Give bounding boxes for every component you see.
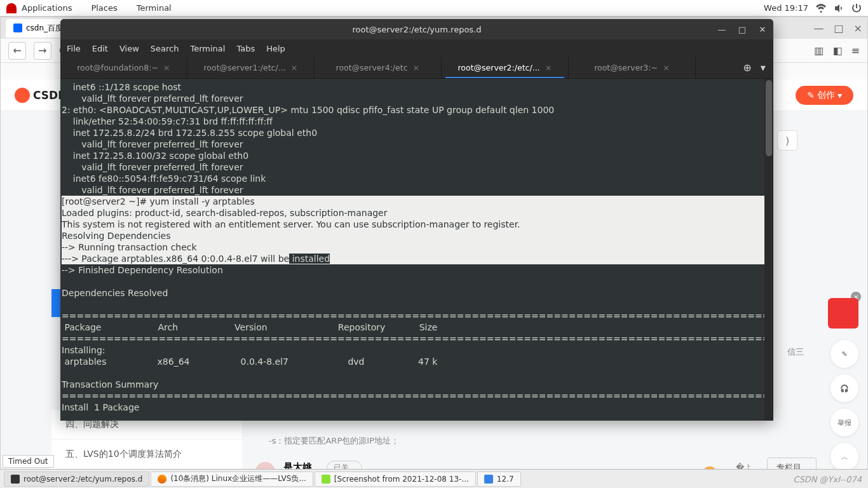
menu-applications[interactable]: Applications <box>22 3 72 13</box>
terminal-tab[interactable]: root@foundation8:~× <box>60 57 187 78</box>
float-top-button[interactable]: ︿ <box>831 443 858 471</box>
tab-overflow: ⊕ ▾ <box>735 57 773 78</box>
terminal-text: inet6 ::1/128 scope host valid_lft forev… <box>62 82 554 195</box>
terminal-tab-active[interactable]: root@server2:/etc/...× <box>442 57 569 78</box>
terminal-tab[interactable]: root@server4:/etc× <box>315 57 442 78</box>
float-report-button[interactable]: 举报 <box>831 409 858 437</box>
float-headset-button[interactable]: 🎧 <box>831 374 858 402</box>
create-button[interactable]: ✎ 创作 ▾ <box>796 86 853 105</box>
tab-close-icon[interactable]: × <box>663 63 670 72</box>
terminal-tabbar: root@foundation8:~× root@server1:/etc/..… <box>60 57 773 79</box>
power-icon[interactable] <box>851 3 862 13</box>
terminal-tab[interactable]: root@server3:~× <box>569 57 696 78</box>
forward-button[interactable]: → <box>34 42 51 60</box>
scrollbar-thumb[interactable] <box>766 80 772 156</box>
terminal-highlight: [root@server2 ~]# yum install -y arptabl… <box>62 196 772 264</box>
menu-edit[interactable]: Edit <box>92 44 108 53</box>
tab-close-icon[interactable]: × <box>291 63 298 72</box>
headset-icon: 🎧 <box>840 384 849 393</box>
terminal-titlebar[interactable]: root@server2:/etc/yum.repos.d — □ ✕ <box>60 19 773 39</box>
tab-menu-chevron-icon[interactable]: ▾ <box>761 62 766 74</box>
menu-terminal[interactable]: Terminal <box>137 3 172 13</box>
gnome-taskbar: root@server2:/etc/yum.repos.d (10条消息) Li… <box>0 469 868 488</box>
activities-area: Applications Places Terminal <box>6 3 186 13</box>
firefox-app-icon <box>158 475 166 484</box>
term-close-icon[interactable]: ✕ <box>757 25 768 34</box>
csdn-logo[interactable]: CSDN <box>15 88 67 103</box>
terminal-window: root@server2:/etc/yum.repos.d — □ ✕ File… <box>60 19 773 421</box>
toc-item[interactable]: 五、LVS的10个调度算法简介 <box>51 440 242 470</box>
clock[interactable]: Wed 19:17 <box>764 3 808 13</box>
wifi-icon[interactable] <box>816 3 826 13</box>
win-minimize-icon[interactable]: — <box>813 22 824 34</box>
term-maximize-icon[interactable]: □ <box>736 25 748 34</box>
gift-box-icon[interactable] <box>828 298 858 329</box>
chevron-down-icon: ▾ <box>837 90 842 100</box>
term-minimize-icon[interactable]: — <box>716 25 728 34</box>
page-hint: 信三 <box>787 346 804 358</box>
image-viewer-icon <box>322 475 330 484</box>
terminal-title: root@server2:/etc/yum.repos.d <box>352 25 481 34</box>
csdn-logo-icon <box>15 88 30 103</box>
terminal-menubar: File Edit View Search Terminal Tabs Help <box>60 39 773 57</box>
gnome-top-bar: Applications Places Terminal Wed 19:17 <box>0 0 868 17</box>
menu-search[interactable]: Search <box>151 44 179 53</box>
chevron-up-icon: ︿ <box>841 452 848 462</box>
win-maximize-icon[interactable]: □ <box>834 22 843 34</box>
redhat-icon <box>6 3 17 13</box>
menu-terminal[interactable]: Terminal <box>190 44 225 53</box>
tab-close-icon[interactable]: × <box>163 63 170 72</box>
new-tab-icon[interactable]: ⊕ <box>743 62 751 74</box>
create-label: 创作 <box>817 90 835 101</box>
library-icon[interactable]: ▥ <box>814 44 824 57</box>
taskbar-item-doc[interactable]: 12.7 <box>477 471 521 487</box>
pencil-icon: ✎ <box>807 90 815 100</box>
taskbar-item-terminal[interactable]: root@server2:/etc/yum.repos.d <box>4 471 149 487</box>
taskbar-item-firefox[interactable]: (10条消息) Linux企业运维——LVS负... <box>151 471 313 487</box>
sidebar-icon[interactable]: ◧ <box>832 44 842 57</box>
menu-file[interactable]: File <box>67 44 81 53</box>
float-actions: ✎ 🎧 举报 ︿ <box>831 340 858 471</box>
baidu-favicon-icon <box>13 24 22 32</box>
menu-places[interactable]: Places <box>91 3 117 13</box>
terminal-text: --> Finished Dependency Resolution Depen… <box>62 265 773 412</box>
tab-title: csdn_百度 <box>26 23 63 34</box>
terminal-tab[interactable]: root@server1:/etc/...× <box>187 57 315 78</box>
tab-close-icon[interactable]: × <box>545 63 552 72</box>
back-button[interactable]: ← <box>8 42 26 60</box>
menu-help[interactable]: Help <box>266 44 285 53</box>
article-line: -s：指定要匹配ARP包的源IP地址； <box>269 435 399 447</box>
timed-out-tooltip: Timed Out <box>3 455 54 468</box>
win-close-icon[interactable]: × <box>854 22 862 34</box>
menu-view[interactable]: View <box>119 44 139 53</box>
hamburger-icon[interactable]: ≡ <box>851 44 860 57</box>
volume-icon[interactable] <box>834 3 844 13</box>
taskbar-item-image[interactable]: [Screenshot from 2021-12-08 13-... <box>315 471 476 487</box>
code-snippet-icon[interactable]: ) <box>777 130 797 151</box>
menu-tabs[interactable]: Tabs <box>236 44 255 53</box>
terminal-scrollbar[interactable] <box>764 79 773 421</box>
terminal-app-icon <box>11 475 20 484</box>
tab-close-icon[interactable]: × <box>413 63 420 72</box>
document-icon <box>484 475 493 484</box>
pencil-square-icon: ✎ <box>841 350 847 358</box>
float-write-button[interactable]: ✎ <box>831 340 858 368</box>
terminal-output[interactable]: inet6 ::1/128 scope host valid_lft forev… <box>60 79 773 421</box>
